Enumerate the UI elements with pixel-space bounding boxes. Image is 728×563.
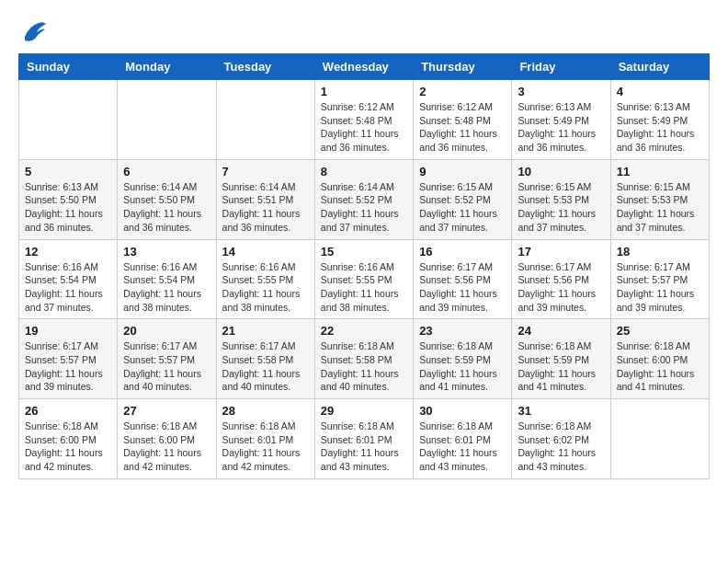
day-info: Sunrise: 6:13 AM Sunset: 5:49 PM Dayligh… — [518, 100, 604, 155]
day-info: Sunrise: 6:17 AM Sunset: 5:56 PM Dayligh… — [419, 260, 506, 315]
calendar-cell: 25Sunrise: 6:18 AM Sunset: 6:00 PM Dayli… — [610, 319, 709, 399]
day-info: Sunrise: 6:18 AM Sunset: 6:01 PM Dayligh… — [419, 419, 506, 474]
day-info: Sunrise: 6:15 AM Sunset: 5:53 PM Dayligh… — [617, 180, 703, 235]
calendar-week-row: 5Sunrise: 6:13 AM Sunset: 5:50 PM Daylig… — [19, 159, 710, 239]
day-info: Sunrise: 6:14 AM Sunset: 5:50 PM Dayligh… — [123, 180, 210, 235]
calendar-cell: 15Sunrise: 6:16 AM Sunset: 5:55 PM Dayli… — [314, 239, 413, 319]
day-number: 13 — [123, 245, 210, 259]
calendar-cell: 2Sunrise: 6:12 AM Sunset: 5:48 PM Daylig… — [414, 80, 512, 160]
day-info: Sunrise: 6:16 AM Sunset: 5:55 PM Dayligh… — [321, 260, 407, 315]
calendar-cell: 11Sunrise: 6:15 AM Sunset: 5:53 PM Dayli… — [610, 159, 709, 239]
day-number: 15 — [321, 245, 407, 259]
calendar-cell: 30Sunrise: 6:18 AM Sunset: 6:01 PM Dayli… — [414, 399, 512, 479]
day-number: 5 — [25, 165, 111, 178]
day-info: Sunrise: 6:15 AM Sunset: 5:52 PM Dayligh… — [419, 180, 506, 235]
day-info: Sunrise: 6:18 AM Sunset: 6:00 PM Dayligh… — [617, 339, 703, 394]
day-info: Sunrise: 6:18 AM Sunset: 5:59 PM Dayligh… — [518, 339, 604, 394]
day-info: Sunrise: 6:18 AM Sunset: 6:00 PM Dayligh… — [123, 419, 210, 474]
calendar-cell: 27Sunrise: 6:18 AM Sunset: 6:00 PM Dayli… — [118, 399, 216, 479]
calendar-cell: 17Sunrise: 6:17 AM Sunset: 5:56 PM Dayli… — [512, 239, 610, 319]
day-info: Sunrise: 6:14 AM Sunset: 5:51 PM Dayligh… — [222, 180, 309, 235]
day-info: Sunrise: 6:15 AM Sunset: 5:53 PM Dayligh… — [518, 180, 604, 235]
calendar-cell: 20Sunrise: 6:17 AM Sunset: 5:57 PM Dayli… — [118, 319, 216, 399]
day-of-week-header: Friday — [512, 54, 610, 80]
day-info: Sunrise: 6:17 AM Sunset: 5:57 PM Dayligh… — [617, 260, 703, 315]
day-number: 26 — [25, 404, 111, 418]
calendar-cell: 28Sunrise: 6:18 AM Sunset: 6:01 PM Dayli… — [216, 399, 314, 479]
page-header — [18, 18, 710, 44]
calendar-cell: 12Sunrise: 6:16 AM Sunset: 5:54 PM Dayli… — [19, 239, 118, 319]
day-number: 25 — [617, 324, 703, 338]
day-of-week-header: Sunday — [19, 54, 118, 80]
day-info: Sunrise: 6:17 AM Sunset: 5:57 PM Dayligh… — [25, 339, 111, 394]
day-number: 19 — [25, 324, 111, 338]
calendar-week-row: 26Sunrise: 6:18 AM Sunset: 6:00 PM Dayli… — [19, 399, 710, 479]
day-of-week-header: Saturday — [610, 54, 709, 80]
calendar-cell — [216, 80, 314, 160]
day-number: 10 — [518, 165, 604, 178]
day-number: 27 — [123, 404, 210, 418]
logo-bird-icon — [20, 18, 48, 44]
day-info: Sunrise: 6:14 AM Sunset: 5:52 PM Dayligh… — [321, 180, 407, 235]
calendar-cell: 24Sunrise: 6:18 AM Sunset: 5:59 PM Dayli… — [512, 319, 610, 399]
calendar-cell — [19, 80, 118, 160]
day-number: 24 — [518, 324, 604, 338]
calendar-cell: 22Sunrise: 6:18 AM Sunset: 5:58 PM Dayli… — [314, 319, 413, 399]
day-number: 8 — [321, 165, 407, 178]
calendar-week-row: 1Sunrise: 6:12 AM Sunset: 5:48 PM Daylig… — [19, 80, 710, 160]
calendar-cell: 8Sunrise: 6:14 AM Sunset: 5:52 PM Daylig… — [314, 159, 413, 239]
day-info: Sunrise: 6:17 AM Sunset: 5:56 PM Dayligh… — [518, 260, 604, 315]
day-number: 22 — [321, 324, 407, 338]
calendar-cell: 6Sunrise: 6:14 AM Sunset: 5:50 PM Daylig… — [118, 159, 216, 239]
calendar-cell: 13Sunrise: 6:16 AM Sunset: 5:54 PM Dayli… — [118, 239, 216, 319]
calendar-table: SundayMondayTuesdayWednesdayThursdayFrid… — [18, 53, 710, 479]
day-info: Sunrise: 6:18 AM Sunset: 5:59 PM Dayligh… — [419, 339, 506, 394]
calendar-cell: 4Sunrise: 6:13 AM Sunset: 5:49 PM Daylig… — [610, 80, 709, 160]
day-info: Sunrise: 6:18 AM Sunset: 6:01 PM Dayligh… — [321, 419, 407, 474]
calendar-cell — [118, 80, 216, 160]
day-of-week-header: Wednesday — [314, 54, 413, 80]
calendar-cell: 23Sunrise: 6:18 AM Sunset: 5:59 PM Dayli… — [414, 319, 512, 399]
calendar-header-row: SundayMondayTuesdayWednesdayThursdayFrid… — [19, 54, 710, 80]
day-number: 14 — [222, 245, 309, 259]
day-number: 17 — [518, 245, 604, 259]
day-info: Sunrise: 6:12 AM Sunset: 5:48 PM Dayligh… — [321, 100, 407, 155]
calendar-cell: 10Sunrise: 6:15 AM Sunset: 5:53 PM Dayli… — [512, 159, 610, 239]
day-number: 23 — [419, 324, 506, 338]
day-of-week-header: Tuesday — [216, 54, 314, 80]
calendar-week-row: 12Sunrise: 6:16 AM Sunset: 5:54 PM Dayli… — [19, 239, 710, 319]
calendar-cell: 21Sunrise: 6:17 AM Sunset: 5:58 PM Dayli… — [216, 319, 314, 399]
day-number: 29 — [321, 404, 407, 418]
day-number: 1 — [321, 85, 407, 98]
day-number: 30 — [419, 404, 506, 418]
day-info: Sunrise: 6:18 AM Sunset: 5:58 PM Dayligh… — [321, 339, 407, 394]
day-number: 12 — [25, 245, 111, 259]
calendar-cell: 14Sunrise: 6:16 AM Sunset: 5:55 PM Dayli… — [216, 239, 314, 319]
day-info: Sunrise: 6:13 AM Sunset: 5:49 PM Dayligh… — [617, 100, 703, 155]
day-number: 28 — [222, 404, 309, 418]
calendar-cell: 29Sunrise: 6:18 AM Sunset: 6:01 PM Dayli… — [314, 399, 413, 479]
day-number: 3 — [518, 85, 604, 98]
calendar-cell: 31Sunrise: 6:18 AM Sunset: 6:02 PM Dayli… — [512, 399, 610, 479]
day-number: 20 — [123, 324, 210, 338]
day-info: Sunrise: 6:18 AM Sunset: 6:00 PM Dayligh… — [25, 419, 111, 474]
day-number: 31 — [518, 404, 604, 418]
calendar-cell: 26Sunrise: 6:18 AM Sunset: 6:00 PM Dayli… — [19, 399, 118, 479]
calendar-cell: 1Sunrise: 6:12 AM Sunset: 5:48 PM Daylig… — [314, 80, 413, 160]
day-number: 16 — [419, 245, 506, 259]
day-number: 21 — [222, 324, 309, 338]
day-number: 6 — [123, 165, 210, 178]
day-number: 11 — [617, 165, 703, 178]
day-info: Sunrise: 6:16 AM Sunset: 5:54 PM Dayligh… — [123, 260, 210, 315]
day-info: Sunrise: 6:16 AM Sunset: 5:54 PM Dayligh… — [25, 260, 111, 315]
day-info: Sunrise: 6:12 AM Sunset: 5:48 PM Dayligh… — [419, 100, 506, 155]
day-info: Sunrise: 6:17 AM Sunset: 5:57 PM Dayligh… — [123, 339, 210, 394]
calendar-cell: 16Sunrise: 6:17 AM Sunset: 5:56 PM Dayli… — [414, 239, 512, 319]
day-info: Sunrise: 6:18 AM Sunset: 6:01 PM Dayligh… — [222, 419, 309, 474]
day-info: Sunrise: 6:17 AM Sunset: 5:58 PM Dayligh… — [222, 339, 309, 394]
day-number: 4 — [617, 85, 703, 98]
calendar-cell: 5Sunrise: 6:13 AM Sunset: 5:50 PM Daylig… — [19, 159, 118, 239]
day-info: Sunrise: 6:18 AM Sunset: 6:02 PM Dayligh… — [518, 419, 604, 474]
day-number: 2 — [419, 85, 506, 98]
calendar-cell: 9Sunrise: 6:15 AM Sunset: 5:52 PM Daylig… — [414, 159, 512, 239]
